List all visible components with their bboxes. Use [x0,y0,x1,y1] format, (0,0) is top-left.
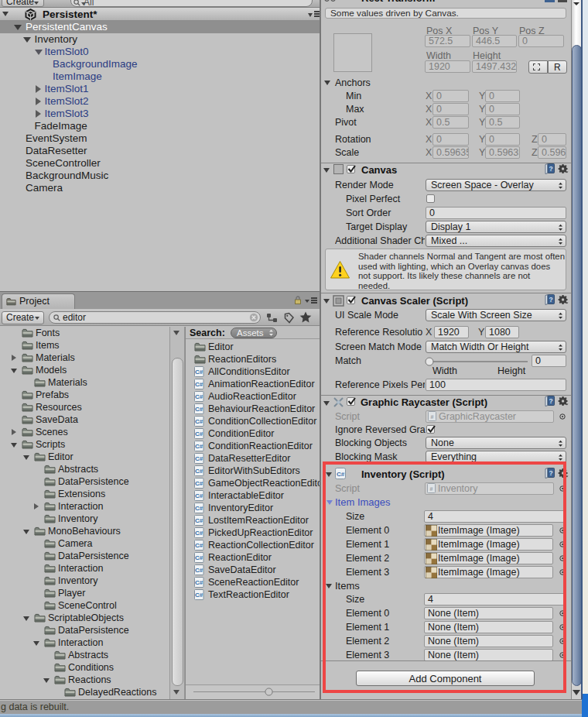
svg-text:C#: C# [195,592,203,599]
svg-text:C#: C# [195,406,203,413]
svg-text:C#: C# [195,418,203,425]
svg-text:C#: C# [195,567,203,574]
svg-text:C#: C# [195,431,203,437]
svg-text:#: # [431,414,434,420]
svg-text:C#: C# [195,542,203,549]
svg-text:C#: C# [195,443,203,450]
svg-text:C#: C# [195,517,203,524]
svg-text:C#: C# [195,468,203,475]
svg-text:C#: C# [195,393,203,400]
svg-text:C#: C# [195,369,203,376]
svg-text:C#: C# [195,579,203,586]
svg-text:C#: C# [195,455,203,462]
svg-text:C#: C# [195,480,203,487]
svg-text:C#: C# [195,554,203,561]
svg-text:C#: C# [195,530,203,537]
svg-text:C#: C# [195,381,203,388]
svg-text:?: ? [549,296,553,304]
svg-text:C#: C# [195,492,203,499]
svg-text:C#: C# [195,505,203,512]
svg-text:?: ? [549,165,553,173]
svg-text:?: ? [549,397,553,405]
